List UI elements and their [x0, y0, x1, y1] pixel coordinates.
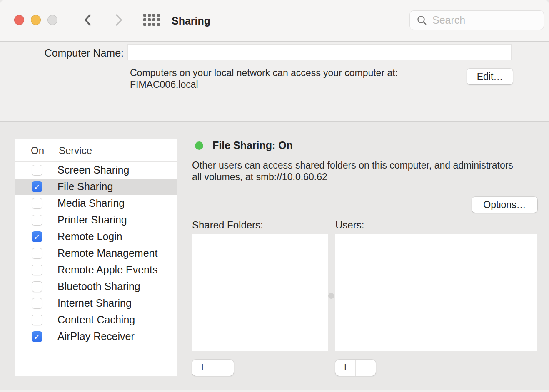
checkbox-unchecked[interactable] — [32, 315, 42, 325]
search-box[interactable] — [409, 10, 544, 30]
service-label: Bluetooth Sharing — [57, 280, 140, 293]
users-list[interactable] — [335, 234, 537, 351]
service-row-printer-sharing[interactable]: Printer Sharing — [15, 212, 177, 228]
page-title: Sharing — [172, 0, 210, 42]
service-row-remote-management[interactable]: Remote Management — [15, 245, 177, 262]
checkbox-unchecked[interactable] — [32, 215, 42, 226]
shared-folders-buttons: + − — [192, 360, 234, 376]
service-row-file-sharing[interactable]: ✓File Sharing — [15, 179, 177, 195]
plus-icon: + — [342, 360, 349, 374]
service-label: Internet Sharing — [57, 297, 132, 309]
column-divider — [54, 143, 54, 158]
computer-name-label: Computer Name: — [17, 47, 124, 59]
options-button[interactable]: Options… — [472, 197, 537, 213]
users-label: Users: — [335, 219, 364, 231]
shared-folders-list[interactable] — [192, 234, 328, 351]
shared-folders-label: Shared Folders: — [192, 219, 263, 231]
zoom-button — [47, 15, 57, 25]
shared-folders-remove-button[interactable]: − — [213, 360, 234, 376]
computer-name-section: Computer Name: Computers on your local n… — [0, 42, 549, 122]
checkbox-unchecked[interactable] — [32, 248, 42, 259]
split-drag-handle[interactable] — [328, 293, 334, 299]
users-add-button[interactable]: + — [335, 360, 355, 376]
status-title: File Sharing: On — [212, 139, 293, 151]
sharing-preferences-window: Sharing Computer Name: Computers on your… — [0, 0, 549, 392]
checkbox-checked[interactable]: ✓ — [32, 231, 42, 242]
service-label: Remote Apple Events — [57, 264, 157, 276]
back-button[interactable] — [81, 12, 96, 27]
service-label: Media Sharing — [57, 197, 125, 209]
service-label: Screen Sharing — [57, 164, 129, 176]
file-sharing-info-line1: Other users can access shared folders on… — [192, 160, 513, 171]
minimize-button[interactable] — [31, 15, 41, 25]
forward-button — [111, 12, 126, 27]
toolbar: Sharing — [0, 0, 549, 42]
search-input[interactable] — [432, 14, 536, 27]
plus-icon: + — [199, 360, 206, 374]
checkbox-unchecked[interactable] — [32, 165, 42, 176]
close-button[interactable] — [14, 15, 24, 25]
checkbox-unchecked[interactable] — [32, 281, 42, 292]
local-hostname: FIMAC006.local — [130, 79, 198, 90]
users-buttons: + − — [335, 360, 376, 376]
chevron-left-icon — [81, 22, 96, 29]
bottom-bar-edge — [0, 390, 549, 392]
service-row-screen-sharing[interactable]: Screen Sharing — [15, 162, 177, 179]
status-indicator-dot — [195, 141, 203, 150]
checkbox-unchecked[interactable] — [32, 298, 42, 309]
checkbox-unchecked[interactable] — [32, 198, 42, 209]
shared-folders-add-button[interactable]: + — [192, 360, 213, 376]
services-list[interactable]: On Service Screen Sharing✓File SharingMe… — [15, 139, 177, 376]
service-label: Remote Management — [57, 247, 157, 259]
service-row-remote-login[interactable]: ✓Remote Login — [15, 228, 177, 245]
service-row-remote-apple-events[interactable]: Remote Apple Events — [15, 262, 177, 278]
service-row-airplay-receiver[interactable]: ✓AirPlay Receiver — [15, 328, 177, 345]
service-label: Content Caching — [57, 314, 135, 326]
checkbox-unchecked[interactable] — [32, 265, 42, 275]
service-label: Remote Login — [57, 231, 122, 243]
service-label: AirPlay Receiver — [57, 330, 135, 342]
service-label: Printer Sharing — [57, 214, 127, 226]
search-icon — [417, 15, 427, 26]
checkbox-checked[interactable]: ✓ — [32, 331, 42, 342]
services-rows: Screen Sharing✓File SharingMedia Sharing… — [15, 162, 177, 345]
column-header-service: Service — [59, 145, 92, 156]
file-sharing-info-line2: all volumes, at smb://10.0.60.62 — [192, 171, 327, 183]
local-network-info-line1: Computers on your local network can acce… — [130, 67, 398, 79]
show-all-grid-icon[interactable] — [143, 14, 160, 26]
computer-name-field[interactable] — [127, 44, 512, 60]
service-label: File Sharing — [57, 181, 113, 193]
service-row-media-sharing[interactable]: Media Sharing — [15, 195, 177, 212]
service-row-bluetooth-sharing[interactable]: Bluetooth Sharing — [15, 278, 177, 295]
edit-button[interactable]: Edit… — [467, 69, 513, 84]
service-row-content-caching[interactable]: Content Caching — [15, 312, 177, 328]
users-remove-button[interactable]: − — [355, 360, 376, 376]
services-list-header: On Service — [15, 139, 177, 162]
checkbox-checked[interactable]: ✓ — [32, 181, 42, 192]
column-header-on: On — [31, 145, 44, 156]
chevron-right-icon — [111, 22, 126, 29]
service-row-internet-sharing[interactable]: Internet Sharing — [15, 295, 177, 312]
minus-icon: − — [362, 360, 369, 374]
minus-icon: − — [220, 360, 227, 374]
